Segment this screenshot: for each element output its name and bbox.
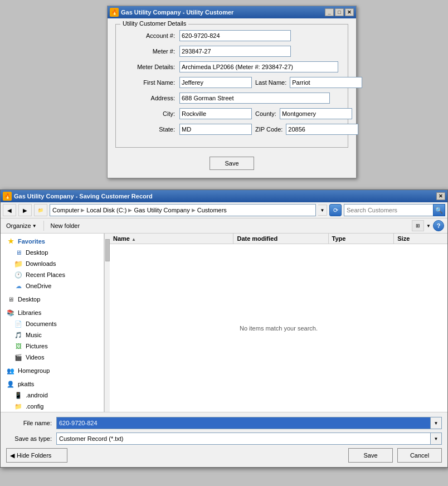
save-dialog-app-icon: 🔥 — [3, 192, 12, 201]
bottom-bar: File name: ▼ Save as type: ▼ ◀ Hide Fold… — [1, 412, 447, 467]
address-label: Address: — [124, 95, 179, 101]
scrollbar-thumb[interactable] — [105, 239, 110, 261]
maximize-button[interactable]: □ — [335, 8, 344, 16]
col-name-label: Name — [113, 235, 130, 242]
sidebar-item-music[interactable]: 🎵 Music — [1, 329, 104, 341]
favorites-label: Favorites — [18, 238, 45, 245]
save-dialog-close-button[interactable]: ✕ — [436, 192, 445, 200]
file-name-input[interactable] — [56, 417, 431, 429]
meter-details-input[interactable] — [179, 61, 338, 72]
sidebar-item-desktop2[interactable]: 🖥 Desktop — [1, 294, 104, 305]
hide-folders-button[interactable]: ◀ Hide Folders — [6, 448, 67, 463]
sidebar-item-android[interactable]: 📱 .android — [1, 390, 104, 401]
meter-input[interactable] — [179, 46, 291, 57]
save-button[interactable]: Save — [210, 157, 254, 170]
zip-input[interactable] — [286, 124, 358, 135]
county-label: County: — [255, 110, 276, 117]
state-row: State: ZIP Code: — [124, 124, 340, 135]
file-name-dropdown[interactable]: ▼ — [431, 417, 442, 429]
pkatts-icon: 👤 — [6, 380, 15, 388]
sidebar-scrollbar[interactable] — [104, 234, 110, 412]
hide-folders-label: Hide Folders — [17, 452, 51, 459]
content-header: Name ▲ Date modified Type Size — [110, 234, 447, 244]
minimize-button[interactable]: _ — [325, 8, 334, 16]
sidebar-item-desktop[interactable]: 🖥 Desktop — [1, 247, 104, 258]
file-toolbar: Organize ▼ New folder ⊞ ▼ ? — [1, 218, 447, 234]
view-button[interactable]: ⊞ — [412, 220, 424, 231]
dialog-save-button[interactable]: Save — [348, 448, 393, 463]
search-bar: 🔍 — [344, 204, 445, 216]
col-type-label: Type — [332, 235, 346, 242]
organize-button[interactable]: Organize ▼ — [4, 221, 39, 230]
account-input[interactable] — [179, 30, 291, 41]
onedrive-label: OneDrive — [26, 283, 51, 289]
first-name-input[interactable] — [179, 77, 252, 88]
libraries-section: 📚 Libraries 📄 Documents 🎵 Music 🖼 Pictur… — [1, 307, 104, 363]
sidebar-item-libraries[interactable]: 📚 Libraries — [1, 307, 104, 318]
libraries-label: Libraries — [18, 309, 41, 316]
help-button[interactable]: ? — [433, 220, 444, 231]
pictures-icon: 🖼 — [14, 342, 23, 351]
sidebar: ★ Favorites 🖥 Desktop 📁 Downloads 🕐 Rece… — [1, 234, 104, 412]
save-cancel-buttons: Save Cancel — [348, 448, 442, 463]
pictures-label: Pictures — [26, 343, 48, 349]
first-name-label: First Name: — [124, 79, 179, 86]
recent-places-label: Recent Places — [26, 271, 65, 278]
address-input[interactable] — [179, 93, 330, 104]
last-name-label: Last Name: — [255, 79, 286, 86]
path-arrow-3: ▶ — [192, 207, 196, 213]
videos-icon: 🎬 — [14, 353, 23, 362]
col-size-header[interactable]: Size — [394, 234, 447, 244]
search-input[interactable] — [344, 204, 433, 216]
forward-button[interactable]: ▶ — [18, 204, 32, 216]
sidebar-item-videos[interactable]: 🎬 Videos — [1, 352, 104, 363]
favorites-section: ★ Favorites 🖥 Desktop 📁 Downloads 🕐 Rece… — [1, 236, 104, 291]
sidebar-item-documents[interactable]: 📄 Documents — [1, 318, 104, 329]
sidebar-item-pkatts[interactable]: 👤 pkatts — [1, 378, 104, 390]
music-icon: 🎵 — [14, 331, 23, 339]
save-type-dropdown[interactable]: ▼ — [431, 432, 442, 445]
content-body: No items match your search. — [110, 244, 447, 412]
app-icon: 🔥 — [110, 8, 119, 17]
toolbar-right: ⊞ ▼ ? — [412, 220, 444, 231]
up-button[interactable]: 📁 — [34, 204, 47, 216]
path-part-computer: Computer — [52, 207, 79, 213]
search-button[interactable]: 🔍 — [433, 204, 445, 216]
col-date-header[interactable]: Date modified — [233, 234, 328, 244]
sidebar-item-config[interactable]: 📁 .config — [1, 401, 104, 412]
new-folder-button[interactable]: New folder — [48, 221, 82, 230]
sidebar-item-pictures[interactable]: 🖼 Pictures — [1, 341, 104, 352]
account-label: Account #: — [124, 32, 179, 39]
county-input[interactable] — [280, 108, 352, 119]
view-dropdown[interactable]: ▼ — [426, 223, 431, 229]
state-input[interactable] — [179, 124, 252, 135]
config-icon: 📁 — [14, 402, 23, 411]
sidebar-item-homegroup[interactable]: 👥 Homegroup — [1, 365, 104, 376]
desktop-icon: 🖥 — [14, 248, 23, 257]
config-label: .config — [26, 403, 43, 410]
save-type-input[interactable] — [56, 432, 431, 445]
sidebar-item-onedrive[interactable]: ☁ OneDrive — [1, 280, 104, 291]
action-buttons-row: ◀ Hide Folders Save Cancel — [6, 448, 442, 463]
col-name-header[interactable]: Name ▲ — [110, 234, 233, 244]
last-name-input[interactable] — [290, 77, 362, 88]
col-type-header[interactable]: Type — [329, 234, 395, 244]
path-bar[interactable]: Computer ▶ Local Disk (C:) ▶ Gas Utility… — [50, 204, 316, 216]
save-as-label: Save as type: — [6, 435, 56, 442]
sidebar-item-downloads[interactable]: 📁 Downloads — [1, 258, 104, 269]
android-icon: 📱 — [14, 391, 23, 400]
city-input[interactable] — [179, 108, 252, 119]
favorites-header[interactable]: ★ Favorites — [1, 236, 104, 247]
onedrive-icon: ☁ — [14, 281, 23, 290]
path-part-company: Gas Utility Company — [134, 207, 189, 213]
state-label: State: — [124, 126, 179, 133]
zip-label: ZIP Code: — [255, 126, 283, 133]
name-row: First Name: Last Name: — [124, 77, 340, 88]
back-button[interactable]: ◀ — [3, 204, 16, 216]
sidebar-item-recent-places[interactable]: 🕐 Recent Places — [1, 269, 104, 280]
path-dropdown[interactable]: ▼ — [318, 205, 327, 216]
city-label: City: — [124, 110, 179, 117]
refresh-button[interactable]: ⟳ — [329, 204, 342, 216]
dialog-cancel-button[interactable]: Cancel — [397, 448, 442, 463]
close-button[interactable]: ✕ — [345, 8, 354, 16]
